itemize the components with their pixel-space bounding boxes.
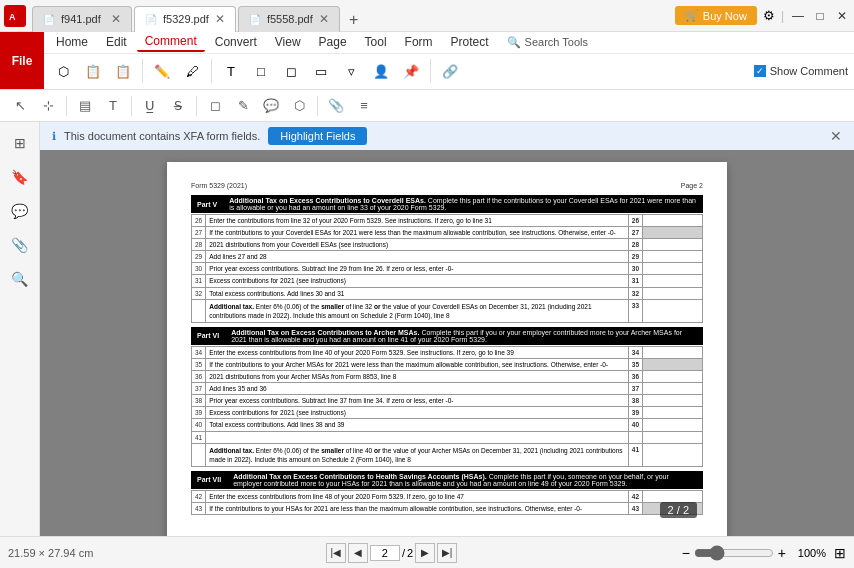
table-row: Additional tax. Enter 6% (0.06) of the s… xyxy=(192,443,703,466)
ct-shape-btn[interactable]: ◻ xyxy=(203,94,227,118)
tab-label-f5558: f5558.pdf xyxy=(267,13,313,25)
toolbar-btn-1[interactable]: ⬡ xyxy=(50,60,76,82)
comment-toolbar: ↖ ⊹ ▤ T U̲ S̶ ◻ ✎ 💬 ⬡ 📎 ≡ xyxy=(0,90,854,122)
zoom-controls: − + 100% ⊞ xyxy=(682,545,846,561)
grid-view-icon[interactable]: ⊞ xyxy=(834,545,846,561)
ct-stamp-btn[interactable]: ⬡ xyxy=(287,94,311,118)
pdf-scroll[interactable]: Form 5329 (2021) Page 2 Part V Additiona… xyxy=(40,150,854,536)
add-tab-button[interactable]: + xyxy=(342,8,366,32)
zoom-in-icon[interactable]: + xyxy=(778,545,786,561)
icon-3: 📋 xyxy=(114,62,132,80)
tab-f941[interactable]: 📄 f941.pdf ✕ xyxy=(32,6,132,32)
menu-view[interactable]: View xyxy=(267,33,309,51)
page-separator: / xyxy=(402,547,405,559)
menu-comment[interactable]: Comment xyxy=(137,32,205,52)
toolbar-btn-3[interactable]: 📋 xyxy=(110,60,136,82)
toolbar-btn-12[interactable]: 📌 xyxy=(398,60,424,82)
part-v-desc: Additional Tax on Excess Contributions t… xyxy=(223,195,703,213)
table-row: 39 Excess contributions for 2021 (see in… xyxy=(192,407,703,419)
table-row: 42 Enter the excess contributions from l… xyxy=(192,490,703,502)
ct-more-btn[interactable]: ≡ xyxy=(352,94,376,118)
page-input[interactable] xyxy=(370,545,400,561)
toolbar-btn-4[interactable]: ✏️ xyxy=(149,60,175,82)
part-vi-label: Part VI xyxy=(191,327,225,345)
tab-close-f5558[interactable]: ✕ xyxy=(319,12,329,26)
sidebar-icon-attachment[interactable]: 📎 xyxy=(5,230,35,260)
buy-now-button[interactable]: 🛒 Buy Now xyxy=(675,6,757,25)
icon-13: 🔗 xyxy=(441,62,459,80)
minimize-button[interactable]: — xyxy=(790,8,806,24)
table-row: 30 Prior year excess contributions. Subt… xyxy=(192,263,703,275)
nav-controls: |◀ ◀ / 2 ▶ ▶| xyxy=(326,543,457,563)
part-vii-desc: Additional Tax on Excess Contributions t… xyxy=(227,471,703,489)
ct-select-btn[interactable]: ↖ xyxy=(8,94,32,118)
toolbar-btn-11[interactable]: 👤 xyxy=(368,60,394,82)
file-button[interactable]: File xyxy=(0,32,44,89)
sidebar-icon-pages[interactable]: ⊞ xyxy=(5,128,35,158)
tab-close-f941[interactable]: ✕ xyxy=(111,12,121,26)
page-total: 2 xyxy=(407,547,413,559)
sidebar-icon-comment[interactable]: 💬 xyxy=(5,196,35,226)
ct-strikethrough-btn[interactable]: S̶ xyxy=(166,94,190,118)
form-label: Form 5329 (2021) xyxy=(191,182,247,189)
ct-attach-btn[interactable]: 📎 xyxy=(324,94,348,118)
toolbar-btn-7[interactable]: □ xyxy=(248,60,274,82)
toolbar-btn-13[interactable]: 🔗 xyxy=(437,60,463,82)
menu-convert[interactable]: Convert xyxy=(207,33,265,51)
menu-page[interactable]: Page xyxy=(311,33,355,51)
search-tools[interactable]: 🔍 Search Tools xyxy=(507,36,588,49)
ct-cursor-btn[interactable]: ⊹ xyxy=(36,94,60,118)
first-page-button[interactable]: |◀ xyxy=(326,543,346,563)
close-button[interactable]: ✕ xyxy=(834,8,850,24)
menu-protect[interactable]: Protect xyxy=(443,33,497,51)
show-comment-checkbox[interactable]: ✓ xyxy=(754,65,766,77)
toolbar-btn-6[interactable]: T xyxy=(218,60,244,82)
icon-1: ⬡ xyxy=(54,62,72,80)
search-icon: 🔍 xyxy=(507,36,521,49)
page-size-label: 21.59 × 27.94 cm xyxy=(8,547,93,559)
next-page-button[interactable]: ▶ xyxy=(415,543,435,563)
tab-f5329[interactable]: 📄 f5329.pdf ✕ xyxy=(134,6,236,32)
prev-page-button[interactable]: ◀ xyxy=(348,543,368,563)
toolbar-btn-2[interactable]: 📋 xyxy=(80,60,106,82)
toolbar-btn-8[interactable]: ◻ xyxy=(278,60,304,82)
title-bar-left: A 📄 f941.pdf ✕ 📄 f5329.pdf ✕ 📄 f5558.pdf… xyxy=(4,0,366,32)
sep-3 xyxy=(430,59,431,83)
settings-icon[interactable]: ⚙ xyxy=(763,8,775,23)
icon-4: ✏️ xyxy=(153,62,171,80)
last-page-button[interactable]: ▶| xyxy=(437,543,457,563)
ct-sep-3 xyxy=(196,96,197,116)
part-vii-table: 42 Enter the excess contributions from l… xyxy=(191,490,703,515)
menu-home[interactable]: Home xyxy=(48,33,96,51)
tab-close-f5329[interactable]: ✕ xyxy=(215,12,225,26)
tabs-container: 📄 f941.pdf ✕ 📄 f5329.pdf ✕ 📄 f5558.pdf ✕… xyxy=(32,0,366,32)
xfa-close-button[interactable]: ✕ xyxy=(830,128,842,144)
ct-text-btn[interactable]: T xyxy=(101,94,125,118)
highlight-fields-button[interactable]: Highlight Fields xyxy=(268,127,367,145)
zoom-out-icon[interactable]: − xyxy=(682,545,690,561)
file-label: File xyxy=(12,54,33,68)
part-v-header: Part V Additional Tax on Excess Contribu… xyxy=(191,195,703,213)
ct-callout-btn[interactable]: 💬 xyxy=(259,94,283,118)
table-row: 38 Prior year excess contributions. Subt… xyxy=(192,395,703,407)
menu-edit[interactable]: Edit xyxy=(98,33,135,51)
tab-f5558[interactable]: 📄 f5558.pdf ✕ xyxy=(238,6,340,32)
toolbar-btn-9[interactable]: ▭ xyxy=(308,60,334,82)
ct-highlight-btn[interactable]: ▤ xyxy=(73,94,97,118)
svg-text:A: A xyxy=(9,12,16,22)
menu-tool[interactable]: Tool xyxy=(357,33,395,51)
toolbar-btn-5[interactable]: 🖊 xyxy=(179,60,205,82)
icon-8: ◻ xyxy=(282,62,300,80)
icon-10: ▿ xyxy=(342,62,360,80)
menu-form[interactable]: Form xyxy=(397,33,441,51)
table-row: 34 Enter the excess contributions from l… xyxy=(192,346,703,358)
ribbon-toolbar: ⬡ 📋 📋 ✏️ 🖊 T □ ◻ ▭ ▿ 👤 📌 🔗 ✓ Show Commen… xyxy=(44,54,854,89)
ct-line-btn[interactable]: ✎ xyxy=(231,94,255,118)
maximize-button[interactable]: □ xyxy=(812,8,828,24)
toolbar-btn-10[interactable]: ▿ xyxy=(338,60,364,82)
xfa-banner: ℹ This document contains XFA form fields… xyxy=(40,122,854,150)
sidebar-icon-bookmark[interactable]: 🔖 xyxy=(5,162,35,192)
zoom-slider[interactable] xyxy=(694,545,774,561)
ct-underline-btn[interactable]: U̲ xyxy=(138,94,162,118)
sidebar-icon-search[interactable]: 🔍 xyxy=(5,264,35,294)
